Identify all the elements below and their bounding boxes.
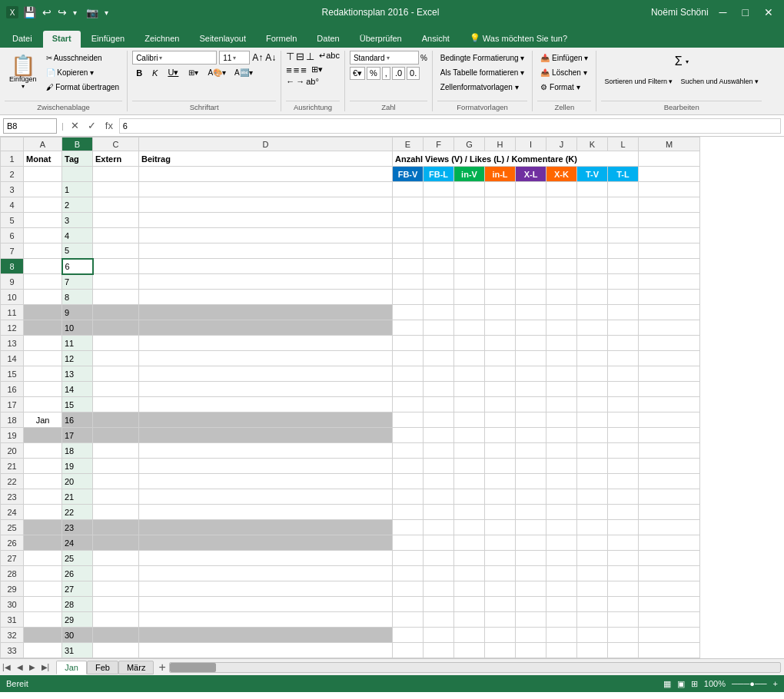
- cell-B10[interactable]: 8: [62, 290, 93, 305]
- cell-L18[interactable]: [608, 412, 639, 428]
- row-header-26[interactable]: 26: [1, 535, 24, 551]
- cell-F14[interactable]: [424, 351, 454, 366]
- cell-D15[interactable]: [139, 366, 393, 382]
- cell-B32[interactable]: 30: [62, 628, 93, 643]
- cell-K17[interactable]: [577, 397, 608, 412]
- cell-I14[interactable]: [516, 351, 546, 366]
- cell-F26[interactable]: [424, 535, 454, 551]
- cell-L30[interactable]: [608, 597, 639, 612]
- cell-E21[interactable]: [393, 459, 424, 474]
- cell-D7[interactable]: [139, 243, 393, 259]
- cell-B22[interactable]: 20: [62, 474, 93, 489]
- cell-I16[interactable]: [516, 382, 546, 397]
- font-decrease-button[interactable]: A↓: [265, 52, 276, 63]
- cell-A12[interactable]: [24, 320, 62, 336]
- cell-D29[interactable]: [139, 581, 393, 597]
- cell-M3[interactable]: [639, 182, 700, 197]
- cell-K27[interactable]: [577, 551, 608, 566]
- cell-D28[interactable]: [139, 566, 393, 581]
- cell-F10[interactable]: [424, 290, 454, 305]
- cell-F21[interactable]: [424, 459, 454, 474]
- formula-input[interactable]: [119, 118, 781, 134]
- cell-C15[interactable]: [93, 366, 139, 382]
- cell-C25[interactable]: [93, 520, 139, 535]
- cell-K9[interactable]: [577, 274, 608, 290]
- cell-I26[interactable]: [516, 535, 546, 551]
- cell-D2[interactable]: [139, 167, 393, 182]
- tab-first-button[interactable]: |◀: [0, 662, 13, 672]
- cell-H18[interactable]: [485, 412, 516, 428]
- font-increase-button[interactable]: A↑: [252, 52, 263, 63]
- cell-reference-box[interactable]: [3, 118, 57, 134]
- wrap-text-button[interactable]: ↵abc: [319, 51, 340, 62]
- cell-B19[interactable]: 17: [62, 428, 93, 443]
- cell-A2[interactable]: [24, 167, 62, 182]
- row-header-15[interactable]: 15: [1, 366, 24, 382]
- row-header-7[interactable]: 7: [1, 243, 24, 259]
- cell-C1[interactable]: Extern: [93, 151, 139, 167]
- cell-C4[interactable]: [93, 197, 139, 213]
- cell-L31[interactable]: [608, 612, 639, 628]
- cell-G3[interactable]: [454, 182, 485, 197]
- cell-L25[interactable]: [608, 520, 639, 535]
- cell-J2[interactable]: X-K: [546, 167, 577, 182]
- cell-D3[interactable]: [139, 182, 393, 197]
- cell-I28[interactable]: [516, 566, 546, 581]
- cell-M29[interactable]: [639, 581, 700, 597]
- cell-J16[interactable]: [546, 382, 577, 397]
- cell-B29[interactable]: 27: [62, 581, 93, 597]
- cell-K8[interactable]: [577, 259, 608, 274]
- row-header-6[interactable]: 6: [1, 228, 24, 243]
- cell-J27[interactable]: [546, 551, 577, 566]
- cell-L21[interactable]: [608, 459, 639, 474]
- cell-E22[interactable]: [393, 474, 424, 489]
- cell-A16[interactable]: [24, 382, 62, 397]
- cell-B11[interactable]: 9: [62, 305, 93, 320]
- align-bottom-button[interactable]: ⊥: [306, 51, 314, 62]
- cell-A24[interactable]: [24, 505, 62, 520]
- cell-C6[interactable]: [93, 228, 139, 243]
- cell-M26[interactable]: [639, 535, 700, 551]
- cell-M7[interactable]: [639, 243, 700, 259]
- cell-J20[interactable]: [546, 443, 577, 459]
- more-qat-button[interactable]: ▾: [103, 7, 110, 18]
- cell-I24[interactable]: [516, 505, 546, 520]
- cell-B13[interactable]: 11: [62, 336, 93, 351]
- cell-M10[interactable]: [639, 290, 700, 305]
- cell-G33[interactable]: [454, 643, 485, 658]
- conditional-formatting-button[interactable]: Bedingte Formatierung ▾: [437, 51, 528, 65]
- cell-E33[interactable]: [393, 643, 424, 658]
- cell-H32[interactable]: [485, 628, 516, 643]
- cell-G17[interactable]: [454, 397, 485, 412]
- cell-A17[interactable]: [24, 397, 62, 412]
- align-middle-button[interactable]: ⊟: [296, 51, 304, 62]
- cell-K26[interactable]: [577, 535, 608, 551]
- cell-H11[interactable]: [485, 305, 516, 320]
- cell-E5[interactable]: [393, 213, 424, 228]
- cell-F20[interactable]: [424, 443, 454, 459]
- cell-G14[interactable]: [454, 351, 485, 366]
- cell-H27[interactable]: [485, 551, 516, 566]
- customize-qat-button[interactable]: ▾: [71, 7, 78, 18]
- cell-M32[interactable]: [639, 628, 700, 643]
- cell-E25[interactable]: [393, 520, 424, 535]
- cell-E17[interactable]: [393, 397, 424, 412]
- cell-E31[interactable]: [393, 612, 424, 628]
- cell-A10[interactable]: [24, 290, 62, 305]
- indent-decrease-button[interactable]: ←: [286, 77, 294, 86]
- cell-K5[interactable]: [577, 213, 608, 228]
- cell-F29[interactable]: [424, 581, 454, 597]
- cell-D11[interactable]: [139, 305, 393, 320]
- cell-I2[interactable]: X-L: [516, 167, 546, 182]
- row-header-33[interactable]: 33: [1, 643, 24, 658]
- cell-D4[interactable]: [139, 197, 393, 213]
- cell-K13[interactable]: [577, 336, 608, 351]
- cell-K16[interactable]: [577, 382, 608, 397]
- cell-M27[interactable]: [639, 551, 700, 566]
- tab-last-button[interactable]: ▶|: [39, 662, 52, 672]
- cell-K12[interactable]: [577, 320, 608, 336]
- cell-I29[interactable]: [516, 581, 546, 597]
- cell-C19[interactable]: [93, 428, 139, 443]
- merge-button[interactable]: ⊞▾: [311, 65, 323, 76]
- row-header-21[interactable]: 21: [1, 459, 24, 474]
